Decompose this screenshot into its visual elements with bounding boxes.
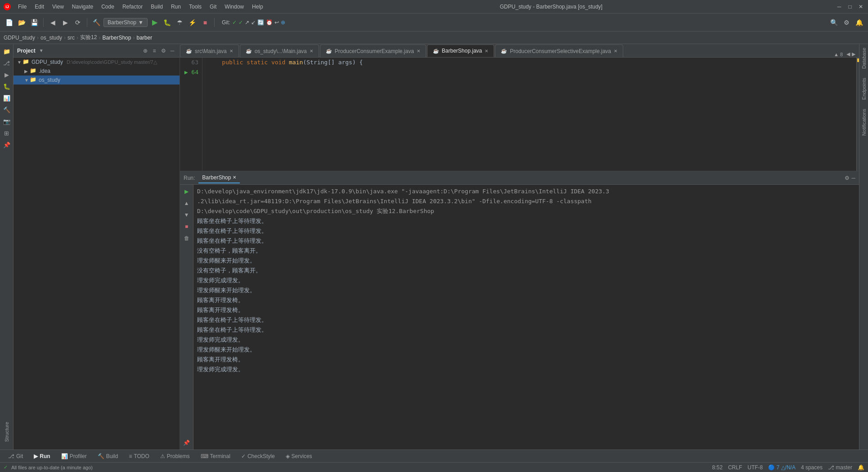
git-time[interactable]: ⏰ <box>266 19 273 26</box>
status-git-status[interactable]: 🔵 7 △/N/A <box>768 464 796 471</box>
run-tab-close[interactable]: ✕ <box>233 175 236 180</box>
rs-endpoints[interactable]: Endpoints <box>861 78 867 100</box>
menu-refactor[interactable]: Refactor <box>119 3 146 11</box>
bottom-tab-problems[interactable]: ⚠ Problems <box>156 452 194 460</box>
status-indent[interactable]: 4 spaces <box>801 464 823 471</box>
history-button[interactable]: ⟳ <box>72 17 83 28</box>
code-content[interactable]: public static void main(String[] args) { <box>202 58 856 171</box>
run-scroll-down[interactable]: ▼ <box>182 210 192 220</box>
tab-main-close[interactable]: ✕ <box>229 49 233 53</box>
coverage-button[interactable]: ☂ <box>175 17 185 28</box>
new-file-button[interactable]: 📄 <box>4 17 14 28</box>
tab-producer-close[interactable]: ✕ <box>417 49 420 53</box>
back-button[interactable]: ◀ <box>47 17 58 28</box>
git-add[interactable]: ⊕ <box>281 19 285 26</box>
breadcrumb-src[interactable]: src <box>67 35 75 41</box>
profile-button[interactable]: ⚡ <box>187 17 198 28</box>
tab-selective[interactable]: ☕ ProducerConsumerSelectiveExample.java … <box>495 45 623 57</box>
bottom-tab-profiler[interactable]: 📊 Profiler <box>57 452 91 460</box>
tab-selective-close[interactable]: ✕ <box>614 49 617 53</box>
run-scroll-up[interactable]: ▲ <box>182 198 192 208</box>
breadcrumb-method[interactable]: barber <box>136 35 152 41</box>
run-minimize-icon[interactable]: ─ <box>851 175 855 181</box>
menu-git[interactable]: Git <box>206 3 220 11</box>
git-push[interactable]: ↗ <box>245 19 249 26</box>
sidebar-structure-icon[interactable]: Structure <box>2 416 11 448</box>
git-refresh[interactable]: 🔄 <box>257 19 264 26</box>
warning-count[interactable]: ▲ 8 <box>834 52 843 57</box>
menu-view[interactable]: View <box>49 3 67 11</box>
menu-run[interactable]: Run <box>167 3 184 11</box>
git-check-2[interactable]: ✓ <box>238 19 243 26</box>
menu-code[interactable]: Code <box>98 3 118 11</box>
breadcrumb-class[interactable]: BarberShop <box>102 35 131 41</box>
project-settings-icon[interactable]: ⚙ <box>160 47 167 54</box>
collapse-all-icon[interactable]: ≡ <box>151 47 158 54</box>
menu-window[interactable]: Window <box>221 3 247 11</box>
run-settings-icon[interactable]: ⚙ <box>845 175 850 181</box>
stop-button[interactable]: ■ <box>200 17 211 28</box>
run-output[interactable]: D:\develop\java_environment\jdk17\jdk-17… <box>193 185 859 450</box>
bottom-tab-todo[interactable]: ≡ TODO <box>124 452 153 460</box>
bottom-tab-run[interactable]: ▶ Run <box>29 452 54 460</box>
sidebar-git-icon[interactable]: ⊞ <box>1 128 12 138</box>
git-check-1[interactable]: ✓ <box>232 19 237 26</box>
breadcrumb-module[interactable]: os_study <box>40 35 62 41</box>
run-tab-barbershop[interactable]: BarberShop ✕ <box>198 173 240 183</box>
project-dropdown[interactable]: ▼ <box>39 48 44 53</box>
breadcrumb-package[interactable]: 实验12 <box>80 34 97 41</box>
rs-notifications[interactable]: Notifications <box>861 109 867 136</box>
tab-os-close[interactable]: ✕ <box>310 49 313 53</box>
locate-file-icon[interactable]: ⊕ <box>142 47 149 54</box>
minimize-button[interactable]: ─ <box>836 3 843 10</box>
bottom-tab-git[interactable]: ⎇ Git <box>4 452 27 460</box>
sidebar-run-icon[interactable]: ▶ <box>1 69 12 80</box>
menu-file[interactable]: File <box>14 3 30 11</box>
save-button[interactable]: 💾 <box>29 17 40 28</box>
sidebar-commit-icon[interactable]: ⎇ <box>1 58 12 68</box>
build-icon[interactable]: 🔨 <box>91 17 102 28</box>
sidebar-project-icon[interactable]: 📁 <box>1 46 12 57</box>
sidebar-pin-icon[interactable]: 📌 <box>1 139 12 150</box>
tab-scroll-left[interactable]: ◀ <box>846 51 850 57</box>
debug-button[interactable]: 🐛 <box>162 17 173 28</box>
line-64-run[interactable]: ▶ 64 <box>184 67 198 77</box>
status-branch[interactable]: ⎇ master <box>828 464 852 471</box>
run-button[interactable]: ▶ <box>149 17 160 28</box>
forward-button[interactable]: ▶ <box>60 17 71 28</box>
tab-barbershop[interactable]: ☕ BarberShop.java ✕ <box>427 45 494 57</box>
menu-edit[interactable]: Edit <box>31 3 48 11</box>
tab-os-main[interactable]: ☕ os_study\...\Main.java ✕ <box>240 45 319 57</box>
menu-navigate[interactable]: Navigate <box>68 3 97 11</box>
run-clear-btn[interactable]: 🗑 <box>182 233 192 243</box>
bottom-tab-terminal[interactable]: ⌨ Terminal <box>196 452 235 460</box>
run-config-dropdown[interactable]: BarberShop ▼ <box>103 18 148 27</box>
status-line-ending[interactable]: CRLF <box>728 464 742 471</box>
git-undo[interactable]: ↩ <box>274 19 279 26</box>
status-time[interactable]: 8:52 <box>712 464 723 471</box>
tab-barbershop-close[interactable]: ✕ <box>485 49 488 53</box>
open-button[interactable]: 📂 <box>16 17 27 28</box>
notifications-button[interactable]: 🔔 <box>854 17 864 28</box>
tree-root[interactable]: ▼ 📁 GDPU_study D:\develop\code\GDPU_stud… <box>13 58 180 67</box>
menu-build[interactable]: Build <box>147 3 166 11</box>
sidebar-camera-icon[interactable]: 📷 <box>1 116 12 127</box>
sidebar-debug-icon[interactable]: 🐛 <box>1 81 12 92</box>
maximize-button[interactable]: □ <box>846 3 854 10</box>
tab-main-java[interactable]: ☕ src\Main.java ✕ <box>180 45 239 57</box>
tree-idea[interactable]: ▶ 📁 .idea <box>13 67 180 76</box>
rs-database[interactable]: Database <box>861 48 867 69</box>
project-panel-close[interactable]: ─ <box>169 47 176 54</box>
menu-tools[interactable]: Tools <box>185 3 205 11</box>
bottom-tab-services[interactable]: ◈ Services <box>281 452 317 460</box>
sidebar-profiler-icon[interactable]: 📊 <box>1 93 12 103</box>
breadcrumb-project[interactable]: GDPU_study <box>4 35 35 41</box>
notifications-icon[interactable]: 🔔 <box>858 464 864 471</box>
tab-scroll-right[interactable]: ▶ <box>852 51 855 57</box>
menu-help[interactable]: Help <box>248 3 267 11</box>
run-restart-btn[interactable]: ▶ <box>182 187 192 196</box>
tree-os-study[interactable]: ▼ 📁 os_study <box>13 76 180 85</box>
tab-producer[interactable]: ☕ ProducerConsumerExample.java ✕ <box>320 45 426 57</box>
run-stop-btn[interactable]: ■ <box>182 222 192 232</box>
status-encoding[interactable]: UTF-8 <box>747 464 763 471</box>
